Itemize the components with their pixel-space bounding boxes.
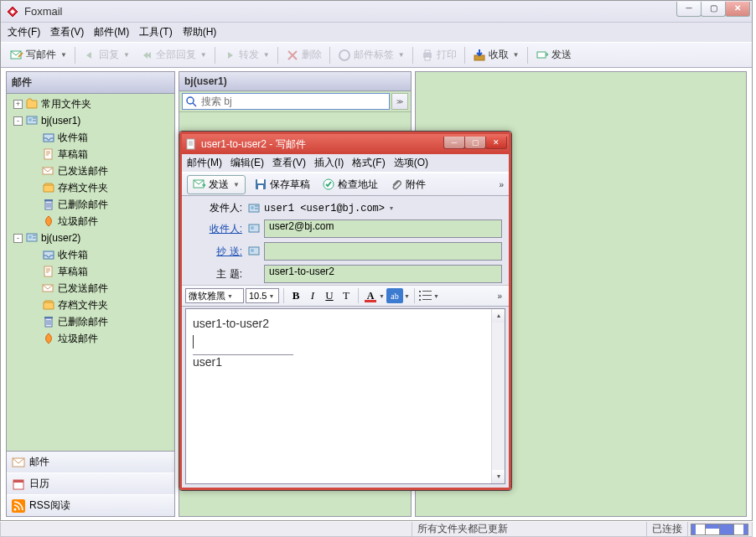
tree-node[interactable]: 已删除邮件 <box>7 196 174 213</box>
tree-node[interactable]: 收件箱 <box>7 246 174 263</box>
tab-rss[interactable]: RSS阅读 <box>7 494 174 516</box>
cmenu-view[interactable]: 查看(V) <box>272 156 306 170</box>
rss-tab-icon <box>12 499 25 513</box>
deleted-icon <box>42 315 55 328</box>
tree-node[interactable]: 垃圾邮件 <box>7 330 174 347</box>
send-button[interactable]: 发送 <box>531 45 576 65</box>
account-icon <box>25 114 39 127</box>
compose-send-button[interactable]: 发送▼ <box>187 175 246 194</box>
delete-icon <box>286 49 299 62</box>
compose-check-button[interactable]: 检查地址 <box>318 176 381 194</box>
tree-node[interactable]: 已发送邮件 <box>7 163 174 179</box>
tree-node[interactable]: 垃圾邮件 <box>7 213 174 230</box>
compose-maximize-button[interactable]: ▢ <box>464 137 486 149</box>
compose-save-button[interactable]: 保存草稿 <box>251 176 313 194</box>
reply-all-button[interactable]: 全部回复▼ <box>136 45 211 65</box>
cmenu-options[interactable]: 选项(O) <box>394 156 428 170</box>
tree-node[interactable]: -bj(user2) <box>7 230 174 246</box>
message-body-editor[interactable]: user1-to-user2 user1 ▴ ▾ <box>185 308 505 484</box>
to-input[interactable]: user2@bj.com <box>264 219 502 238</box>
font-family-combo[interactable]: 微软雅黑▼ <box>185 288 244 303</box>
contact-icon <box>247 222 261 235</box>
tree-node[interactable]: +常用文件夹 <box>7 96 174 112</box>
expand-toggle[interactable]: + <box>13 100 23 109</box>
editor-scrollbar[interactable]: ▴ ▾ <box>491 309 505 483</box>
reply-button[interactable]: 回复▼ <box>79 45 134 65</box>
tab-calendar[interactable]: 日历 <box>7 472 174 494</box>
minimize-button[interactable]: ─ <box>676 2 702 17</box>
from-selector[interactable]: user1 <user1@bj.com> ▾ <box>247 202 393 215</box>
tree-node[interactable]: 存档文件夹 <box>7 179 174 196</box>
tab-mail[interactable]: 邮件 <box>7 452 174 472</box>
cmenu-format[interactable]: 格式(F) <box>352 156 385 170</box>
cmenu-mail[interactable]: 邮件(M) <box>187 156 222 170</box>
tree-node[interactable]: -bj(user1) <box>7 112 174 129</box>
main-titlebar[interactable]: Foxmail ─ ▢ ✕ <box>1 1 752 23</box>
tags-button[interactable]: 邮件标签▼ <box>334 45 409 65</box>
expand-toggle[interactable]: - <box>13 234 23 243</box>
tree-label: 草稿箱 <box>58 265 88 279</box>
layout-2[interactable] <box>705 524 720 535</box>
menu-file[interactable]: 文件(F) <box>8 25 40 39</box>
svg-rect-4 <box>425 57 430 60</box>
bold-button[interactable]: B <box>288 288 303 303</box>
cmenu-insert[interactable]: 插入(I) <box>314 156 344 170</box>
tree-node[interactable]: 存档文件夹 <box>7 297 174 313</box>
format-toolbar: 微软雅黑▼ 10.5▼ B I U T A▼ ab▼ ▼ » <box>182 285 509 307</box>
italic-button[interactable]: I <box>305 288 320 303</box>
format-overflow-icon[interactable]: » <box>497 292 505 301</box>
menu-view[interactable]: 查看(V) <box>50 25 84 39</box>
font-color-button[interactable]: A <box>363 288 378 303</box>
layout-1[interactable] <box>691 524 706 535</box>
mail-list-header: bj(user1) <box>179 72 411 91</box>
font-size-combo[interactable]: 10.5▼ <box>246 288 279 303</box>
close-button[interactable]: ✕ <box>725 2 750 17</box>
compose-titlebar[interactable]: user1-to-user2 - 写邮件 ─ ▢ ✕ <box>182 134 509 154</box>
compose-minimize-button[interactable]: ─ <box>443 137 465 149</box>
app-title: Foxmail <box>24 5 677 18</box>
cc-label[interactable]: 抄 送: <box>189 245 247 259</box>
print-button[interactable]: 打印 <box>417 45 461 65</box>
receive-button[interactable]: 收取▼ <box>469 45 524 65</box>
svg-point-8 <box>28 118 32 121</box>
cc-input[interactable] <box>264 242 502 261</box>
layout-4[interactable] <box>733 524 748 535</box>
delete-button[interactable]: 删除 <box>282 45 326 65</box>
sidebar-header: 邮件 <box>7 72 174 94</box>
tree-label: 垃圾邮件 <box>58 214 98 229</box>
menu-tools[interactable]: 工具(T) <box>139 25 172 39</box>
subject-label: 主 题: <box>189 267 247 281</box>
list-button[interactable] <box>419 289 432 302</box>
menu-help[interactable]: 帮助(H) <box>183 25 217 39</box>
to-label[interactable]: 收件人: <box>189 222 247 236</box>
subject-input[interactable]: user1-to-user2 <box>264 265 502 283</box>
cmenu-edit[interactable]: 编辑(E) <box>230 156 264 170</box>
folder-tree[interactable]: +常用文件夹-bj(user1)收件箱草稿箱已发送邮件存档文件夹已删除邮件垃圾邮… <box>7 94 174 451</box>
font-button[interactable]: T <box>339 288 354 303</box>
tree-node[interactable]: 草稿箱 <box>7 263 174 280</box>
maximize-button[interactable]: ▢ <box>701 2 726 17</box>
compose-button[interactable]: 写邮件▼ <box>6 45 71 65</box>
compose-attach-button[interactable]: 附件 <box>386 176 429 194</box>
account-icon <box>25 97 39 111</box>
tree-node[interactable]: 已删除邮件 <box>7 313 174 330</box>
menu-mail[interactable]: 邮件(M) <box>94 25 129 39</box>
underline-button[interactable]: U <box>322 288 337 303</box>
svg-rect-6 <box>537 52 546 58</box>
compose-close-button[interactable]: ✕ <box>485 137 507 149</box>
scroll-down-icon[interactable]: ▾ <box>492 470 505 483</box>
forward-button[interactable]: 转发▼ <box>219 45 274 65</box>
toolbar-overflow-icon[interactable]: » <box>499 180 504 189</box>
expand-toggle[interactable]: - <box>13 116 23 126</box>
tree-node[interactable]: 已发送邮件 <box>7 280 174 297</box>
tree-node[interactable]: 收件箱 <box>7 129 174 146</box>
highlight-button[interactable]: ab <box>386 288 403 303</box>
svg-rect-20 <box>44 317 53 318</box>
search-options-button[interactable]: ≫ <box>391 93 408 110</box>
scroll-up-icon[interactable]: ▴ <box>492 309 505 323</box>
deleted-icon <box>42 198 55 211</box>
tree-node[interactable]: 草稿箱 <box>7 146 174 163</box>
layout-3[interactable] <box>719 524 734 535</box>
search-input[interactable] <box>182 93 390 110</box>
sent-icon <box>42 164 55 178</box>
